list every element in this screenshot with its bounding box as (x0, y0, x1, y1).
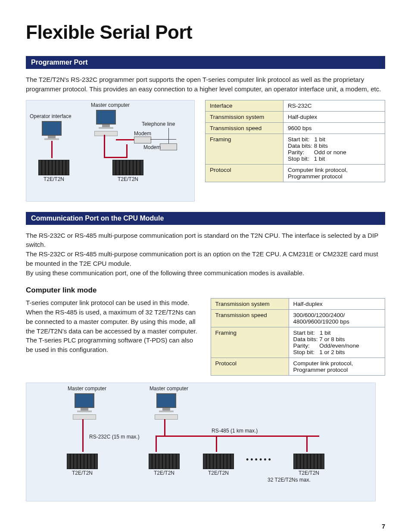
label-master-right: Master computer (149, 386, 188, 392)
plc-icon (203, 454, 234, 469)
label-node: T2E/T2N (203, 470, 234, 476)
label-node-left: T2E/T2N (38, 176, 69, 182)
label-max-nodes: 32 T2E/T2Ns max. (268, 477, 311, 483)
monitor-icon (75, 393, 94, 412)
spec-table-programmer-port: InterfaceRS-232C Transmission systemHalf… (205, 100, 385, 182)
section2-body: The RS-232C or RS-485 multi-purpose comm… (26, 231, 385, 278)
plc-icon (38, 160, 69, 175)
label-node: T2E/T2N (149, 470, 180, 476)
label-rs485: RS-485 (1 km max.) (212, 428, 258, 434)
label-master-left: Master computer (68, 386, 106, 392)
label-operator-interface: Operator interface (30, 113, 72, 119)
keyboard-icon (94, 131, 118, 136)
diagram-computer-link-mode: Master computer Master computer RS-232C … (26, 383, 376, 501)
section2-subbody: T-series computer link protocol can be u… (26, 298, 200, 355)
label-node-right: T2E/T2N (112, 176, 143, 182)
label-master-computer: Master computer (91, 102, 130, 108)
diagram-programmer-port: Master computer Operator interface Telep… (26, 100, 195, 202)
table-row: ProtocolComputer link protocol, Programm… (206, 164, 385, 182)
plc-icon (149, 454, 180, 469)
ellipsis-icon: •••••• (246, 455, 273, 464)
table-row: Transmission speed300/600/1200/2400/ 480… (211, 310, 385, 327)
page-number: 7 (26, 523, 385, 530)
section-heading-comm-port: Communication Port on the CPU Module (26, 212, 385, 225)
plc-icon (112, 160, 143, 175)
monitor-icon (42, 121, 62, 140)
monitor-icon (156, 393, 176, 412)
label-telephone-line: Telephone line (142, 121, 175, 127)
label-modem-2: Modem (143, 144, 161, 150)
table-row: FramingStart bit: 1 bit Data bits: 7 or … (211, 327, 385, 358)
modem-icon (134, 137, 151, 143)
label-rs232: RS-232C (15 m max.) (89, 434, 140, 440)
monitor-icon (96, 110, 116, 129)
table-row: Transmission systemHalf-duplex (211, 299, 385, 310)
label-node: T2E/T2N (67, 470, 98, 476)
table-row: Transmission systemHalf-duplex (206, 111, 385, 122)
page-title: Flexible Serial Port (26, 22, 385, 43)
plc-icon (293, 454, 324, 469)
spec-table-comm-port: Transmission systemHalf-duplex Transmiss… (211, 298, 386, 376)
modem-icon (160, 143, 177, 150)
table-row: FramingStart bit: 1 bit Data bits: 8 bit… (206, 134, 385, 164)
label-node: T2E/T2N (293, 470, 324, 476)
label-modem-1: Modem (134, 131, 151, 137)
table-row: ProtocolComputer link protocol, Programm… (211, 358, 385, 376)
section-heading-programmer-port: Programmer Port (26, 56, 385, 69)
table-row: InterfaceRS-232C (206, 100, 385, 111)
subheading-computer-link-mode: Computer link mode (26, 286, 385, 295)
keyboard-icon (73, 414, 96, 420)
table-row: Transmission speed9600 bps (206, 122, 385, 134)
section1-body: The T2E/T2N's RS-232C programmer port su… (26, 75, 385, 94)
keyboard-icon (155, 414, 178, 420)
plc-icon (67, 454, 98, 469)
